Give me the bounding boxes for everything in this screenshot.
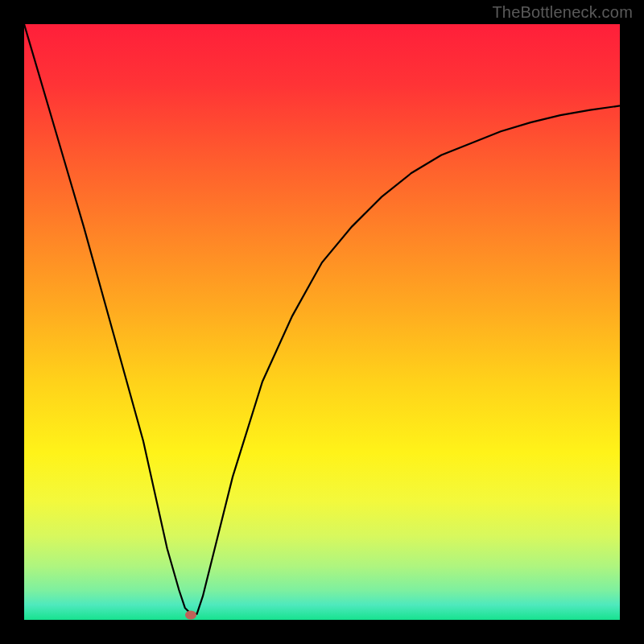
min-point-marker	[185, 611, 196, 620]
bottleneck-curve-path	[24, 24, 620, 614]
plot-area	[24, 24, 620, 620]
curve-svg	[24, 24, 620, 620]
watermark-text: TheBottleneck.com	[492, 3, 633, 22]
chart-frame: TheBottleneck.com	[0, 0, 644, 644]
